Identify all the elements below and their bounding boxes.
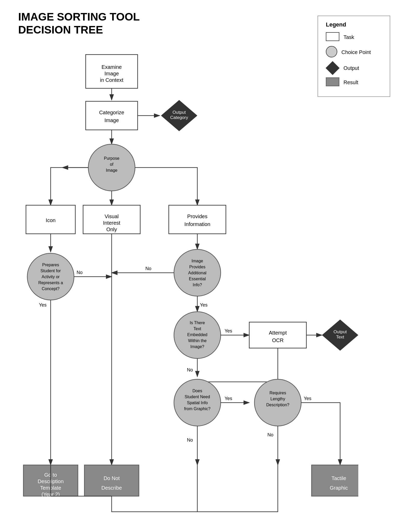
label-yes-lengthy: Yes [304,396,311,401]
flowchart: Examine Image in Context Categorize Imag… [10,23,358,528]
svg-text:Information: Information [184,221,210,227]
svg-text:Image: Image [106,168,118,172]
svg-text:Image: Image [192,259,203,263]
svg-text:Provides: Provides [189,265,205,269]
svg-text:Graphic: Graphic [330,485,348,491]
bottom-connect-right [197,465,278,512]
svg-text:Tactile: Tactile [332,475,346,481]
svg-text:Image?: Image? [190,344,204,349]
provides-info-label: Provides [187,214,207,219]
svg-text:Prepares: Prepares [42,263,59,267]
attempt-ocr-label: Attempt [269,330,287,336]
label-no-lengthy: No [267,432,273,437]
svg-text:Category: Category [170,115,188,120]
svg-text:Student Need: Student Need [185,395,210,399]
examine-label: Examine [102,64,122,70]
svg-text:Image: Image [104,117,119,123]
svg-text:Interest: Interest [103,220,120,226]
arrow-lengthy-yes [301,403,340,465]
svg-text:Additional: Additional [188,271,206,275]
svg-text:Within the: Within the [188,338,206,343]
svg-text:Output: Output [333,329,347,334]
svg-text:Represents a: Represents a [38,281,63,285]
visual-interest-label: Visual [105,214,119,219]
label-yes-spatial: Yes [225,396,232,401]
categorize-label: Categorize [99,110,124,115]
svg-text:Image: Image [104,71,119,76]
svg-text:Text: Text [336,335,344,340]
purpose-node [88,144,135,191]
label-no-image: No [145,266,151,271]
svg-text:Info?: Info? [193,283,202,287]
svg-text:Student for: Student for [41,269,61,273]
page: IMAGE SORTING TOOL DECISION TREE Legend … [0,0,411,532]
svg-text:Does: Does [192,389,202,393]
label-yes-text: Yes [225,328,232,334]
svg-text:of: of [110,162,113,167]
arrow-purpose-icon-path [51,168,88,205]
svg-text:in Context: in Context [100,77,123,83]
svg-text:Activity or: Activity or [42,275,60,279]
svg-text:Is There: Is There [190,321,205,325]
svg-text:Describe: Describe [102,485,122,491]
svg-text:Output: Output [172,110,186,115]
svg-text:Purpose: Purpose [104,156,119,161]
provides-info-node [169,205,226,234]
svg-text:Lengthy: Lengthy [271,397,285,401]
svg-text:Spatial Info: Spatial Info [187,401,208,405]
icon-label: Icon [46,217,56,223]
svg-text:from Graphic?: from Graphic? [184,407,210,411]
svg-text:Concept?: Concept? [42,287,60,291]
svg-text:Embedded: Embedded [187,332,207,337]
label-no-prepares: No [77,270,83,275]
svg-text:OCR: OCR [272,337,284,343]
svg-text:Text: Text [193,327,201,331]
svg-text:Description?: Description? [266,403,289,407]
svg-text:Only: Only [106,227,117,232]
svg-text:Essential: Essential [189,277,206,281]
arrow-purpose-provides [135,168,197,205]
label-yes-prepares: Yes [39,302,46,308]
svg-text:Requires: Requires [269,391,286,395]
label-no-spatial: No [187,437,193,443]
categorize-node [86,101,138,130]
svg-text:Do Not: Do Not [104,475,120,481]
label-yes-image: Yes [200,302,207,308]
label-no-text: No [187,367,193,373]
diagram-svg: Examine Image in Context Categorize Imag… [10,23,358,527]
